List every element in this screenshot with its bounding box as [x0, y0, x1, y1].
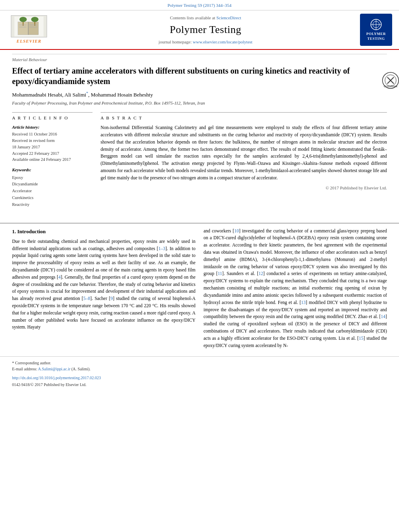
history-received: Received 11 October 2016 [12, 131, 93, 138]
authors-line: Mohammadnabi Hesabi, Ali Salimi*, Mohamm… [12, 90, 387, 99]
keyword-epoxy: Epoxy [12, 175, 93, 181]
section-label: Material Behaviour [12, 54, 387, 63]
abstract-text: Non-isothermal Differential Scanning Cal… [101, 124, 387, 182]
polymer-testing-badge: POLYMER TESTING [360, 14, 392, 46]
keyword-accelerator: Accelerator [12, 188, 93, 195]
intro-para-2: and coworkers [10] investigated the curi… [204, 228, 387, 349]
journal-header: ELSEVIER Contents lists available at Sci… [0, 10, 399, 50]
history-accepted: Accepted 22 February 2017 [12, 150, 93, 157]
keywords-section: Keywords: Epoxy Dicyandiamide Accelerato… [12, 167, 93, 208]
article-info-column: A R T I C L E I N F O Article history: R… [12, 112, 93, 208]
email-suffix: (A. Salimi). [72, 367, 91, 371]
copyright-line: © 2017 Published by Elsevier Ltd. [101, 185, 387, 191]
journal-title: Polymer Testing [170, 23, 241, 37]
ref-11[interactable]: 11 [218, 271, 222, 276]
body-right-column: and coworkers [10] investigated the curi… [204, 228, 387, 353]
ref-4[interactable]: 4 [58, 275, 61, 279]
elsevier-wordmark: ELSEVIER [16, 38, 41, 44]
journal-header-center: Contents lists available at ScienceDirec… [56, 14, 355, 46]
abstract-column: A B S T R A C T Non-isothermal Different… [101, 112, 387, 208]
history-online: Available online 24 February 2017 [12, 156, 93, 163]
ref-14[interactable]: 14 [381, 314, 386, 319]
affiliation: Faculty of Polymer Processing, Iran Poly… [12, 100, 387, 106]
elsevier-tree-logo [11, 15, 47, 37]
journal-header-right: POLYMER TESTING [358, 14, 394, 46]
keyword-dicyandiamide: Dicyandiamide [12, 181, 93, 188]
footer: * Corresponding author. E-mail address: … [0, 356, 399, 391]
history-revised-label: Received in revised form [12, 138, 93, 144]
body-content: 1. Introduction Due to their outstanding… [0, 228, 399, 353]
corresponding-note: * Corresponding author. [12, 360, 387, 366]
keywords-label: Keywords: [12, 167, 93, 173]
email-note: E-mail address: A.Salimi@ippi.ac.ir (A. … [12, 366, 387, 372]
introduction-heading: 1. Introduction [12, 228, 195, 236]
ref-9[interactable]: 9 [111, 296, 113, 301]
svg-text:CrossMark: CrossMark [384, 85, 397, 88]
crossmark[interactable]: CrossMark [382, 72, 399, 91]
svg-point-4 [19, 17, 27, 22]
sciencedirect-link[interactable]: ScienceDirect [216, 15, 241, 20]
elsevier-logo-area: ELSEVIER [5, 14, 53, 46]
ref-15[interactable]: 15 [359, 336, 364, 341]
top-citation-bar: Polymer Testing 59 (2017) 344–354 [0, 0, 399, 10]
email-label: E-mail address: [12, 367, 37, 371]
abstract-heading: A B S T R A C T [101, 115, 387, 121]
body-left-column: 1. Introduction Due to their outstanding… [12, 228, 195, 353]
ref-13[interactable]: 13 [301, 300, 306, 305]
journal-homepage-link[interactable]: www.elsevier.com/locate/polytest [193, 39, 252, 44]
article-info-heading: A R T I C L E I N F O [12, 115, 93, 121]
intro-para-1: Due to their outstanding chemical and me… [12, 238, 195, 331]
section-number: 1. [12, 228, 17, 234]
ref-1-3[interactable]: 1–3 [158, 246, 165, 251]
doi-link[interactable]: http://dx.doi.org/10.1016/j.polymertesti… [12, 376, 101, 380]
contents-line: Contents lists available at ScienceDirec… [170, 15, 241, 21]
section-divider [0, 223, 399, 224]
issn-line: 0142-9418/© 2017 Published by Elsevier L… [12, 382, 387, 388]
homepage-label: journal homepage: [158, 39, 193, 44]
corresponding-label: * Corresponding author. [12, 361, 51, 365]
article-history: Article history: Received 11 October 201… [12, 124, 93, 163]
keyword-reactivity: Reactivity [12, 201, 93, 208]
svg-point-5 [31, 17, 38, 22]
main-content: CrossMark Material Behaviour Effect of t… [0, 50, 399, 218]
ref-10[interactable]: 10 [234, 228, 239, 233]
ref-5-8[interactable]: 5–8 [83, 296, 90, 301]
svg-rect-2 [28, 22, 38, 35]
badge-line1: POLYMER [366, 32, 386, 37]
keyword-curekinetics: Curekinetics [12, 195, 93, 201]
badge-line2: TESTING [367, 37, 385, 41]
article-title: Effect of tertiary amine accelerators wi… [12, 66, 387, 86]
email-link[interactable]: A.Salimi@ippi.ac.ir [38, 367, 70, 371]
contents-text: Contents lists available at [170, 15, 216, 20]
history-revised-date: 18 January 2017 [12, 144, 93, 150]
section-title: Introduction [17, 228, 46, 234]
article-info-abstract: A R T I C L E I N F O Article history: R… [12, 112, 387, 208]
homepage-line: journal homepage: www.elsevier.com/locat… [158, 39, 252, 45]
page: Polymer Testing 59 (2017) 344–354 [0, 0, 399, 532]
history-label: Article history: [12, 124, 93, 130]
authors-text: Mohammadnabi Hesabi, Ali Salimi*, Mohamm… [12, 92, 153, 98]
elsevier-logo: ELSEVIER [11, 15, 47, 44]
citation-text: Polymer Testing 59 (2017) 344–354 [167, 3, 231, 8]
doi-line[interactable]: http://dx.doi.org/10.1016/j.polymertesti… [12, 375, 387, 381]
ref-12[interactable]: 12 [259, 271, 263, 276]
